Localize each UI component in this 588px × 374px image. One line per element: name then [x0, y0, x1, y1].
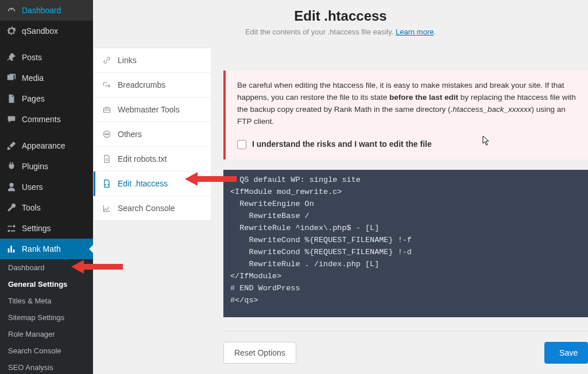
wp-menu-item-label: qSandbox [22, 26, 58, 36]
save-button[interactable]: Save [544, 342, 588, 364]
wp-menu-item-pages[interactable]: Pages [0, 88, 93, 109]
button-bar: Reset Options Save [223, 331, 588, 364]
main-panel: Be careful when editing the htaccess fil… [211, 48, 588, 374]
tab-webmaster-tools[interactable]: Webmaster Tools [94, 98, 211, 122]
dashboard-icon [6, 5, 17, 16]
tab-others[interactable]: Others [94, 122, 211, 147]
settings-tabs: LinksBreadcrumbsWebmaster ToolsOthersEdi… [93, 48, 211, 221]
tab-label: Others [118, 130, 142, 139]
filecode-icon [102, 178, 112, 189]
submenu-item-dashboard[interactable]: Dashboard [0, 259, 93, 276]
wp-menu-item-label: Media [22, 73, 44, 83]
risk-checkbox-label[interactable]: I understand the risks and I want to edi… [252, 138, 432, 151]
wp-menu-item-label: Tools [22, 203, 41, 212]
learn-more-link[interactable]: Learn more [396, 28, 434, 36]
wp-menu-item-label: Users [22, 182, 43, 192]
svg-point-4 [108, 134, 109, 135]
pushpin-icon [6, 52, 17, 63]
filedoc-icon [102, 154, 112, 164]
wp-menu-item-plugins[interactable]: Plugins [0, 156, 93, 177]
tab-label: Edit .htaccess [118, 179, 168, 188]
link-icon [102, 55, 112, 65]
toolbox-icon [102, 104, 112, 115]
wp-admin-sidebar: DashboardqSandboxPostsMediaPagesComments… [0, 0, 93, 374]
wp-menu-item-label: Settings [22, 224, 51, 233]
gear-icon [6, 25, 17, 37]
tab-label: Breadcrumbs [118, 80, 165, 89]
wp-menu-item-media[interactable]: Media [0, 68, 93, 88]
wp-menu-item-settings[interactable]: Settings [0, 218, 93, 239]
submenu-item-titles-meta[interactable]: Titles & Meta [0, 293, 93, 309]
tab-label: Links [118, 56, 137, 65]
plugin-icon [6, 161, 17, 172]
tab-search-console[interactable]: Search Console [94, 196, 211, 220]
page-icon [6, 93, 17, 104]
wp-menu-item-comments[interactable]: Comments [0, 109, 93, 130]
wp-menu-item-rank-math[interactable]: Rank Math [0, 239, 93, 259]
risk-checkbox[interactable] [237, 140, 246, 149]
breadcrumb-icon [102, 80, 112, 90]
tab-label: Webmaster Tools [118, 105, 180, 114]
submenu-item-role-manager[interactable]: Role Manager [0, 326, 93, 342]
tab-links[interactable]: Links [94, 48, 211, 73]
tab-breadcrumbs[interactable]: Breadcrumbs [94, 73, 211, 98]
wp-menu-item-users[interactable]: Users [0, 177, 93, 197]
graph-icon [102, 203, 112, 213]
user-icon [6, 181, 17, 193]
tab-label: Edit robots.txt [118, 154, 167, 163]
submenu-item-sitemap-settings[interactable]: Sitemap Settings [0, 309, 93, 326]
wp-menu-item-tools[interactable]: Tools [0, 197, 93, 218]
svg-point-3 [106, 134, 107, 135]
dots-icon [102, 129, 112, 139]
tab-label: Search Console [118, 204, 175, 213]
submenu-item-seo-analysis[interactable]: SEO Analysis [0, 359, 93, 374]
wp-menu-item-label: Plugins [22, 162, 48, 171]
content-area: Edit .htaccess Edit the contents of your… [93, 0, 588, 374]
wp-menu-item-label: Pages [22, 94, 45, 103]
warning-text: Be careful when editing the htaccess fil… [237, 80, 577, 128]
wp-menu-item-label: Rank Math [22, 244, 61, 254]
reset-options-button[interactable]: Reset Options [223, 342, 296, 364]
sliders-icon [6, 223, 17, 234]
wp-menu-item-label: Comments [22, 115, 61, 124]
tab-edit-htaccess[interactable]: Edit .htaccess [94, 172, 211, 196]
rank-math-submenu: DashboardGeneral SettingsTitles & MetaSi… [0, 259, 93, 374]
page-subtitle: Edit the contents of your .htaccess file… [105, 28, 577, 36]
comment-icon [6, 114, 17, 125]
wp-menu-item-qsandbox[interactable]: qSandbox [0, 21, 93, 41]
wp-menu-item-dashboard[interactable]: Dashboard [0, 0, 93, 21]
wp-menu-item-posts[interactable]: Posts [0, 47, 93, 68]
tab-edit-robots-txt[interactable]: Edit robots.txt [94, 147, 211, 172]
wp-menu-item-label: Dashboard [22, 6, 61, 15]
wp-menu-item-appearance[interactable]: Appearance [0, 135, 93, 156]
submenu-item-search-console[interactable]: Search Console [0, 342, 93, 359]
chart-icon [6, 243, 17, 255]
wp-menu-item-label: Appearance [22, 141, 65, 150]
submenu-item-general-settings[interactable]: General Settings [0, 276, 93, 293]
warning-box: Be careful when editing the htaccess fil… [223, 71, 588, 159]
htaccess-editor[interactable]: # QS default WP: single site <IfModule m… [223, 170, 588, 317]
media-icon [6, 72, 17, 84]
wp-menu-item-label: Posts [22, 53, 42, 62]
page-title: Edit .htaccess [105, 8, 577, 24]
wrench-icon [6, 202, 17, 213]
brush-icon [6, 140, 17, 151]
svg-point-2 [105, 134, 106, 135]
page-header: Edit .htaccess Edit the contents of your… [93, 0, 588, 48]
